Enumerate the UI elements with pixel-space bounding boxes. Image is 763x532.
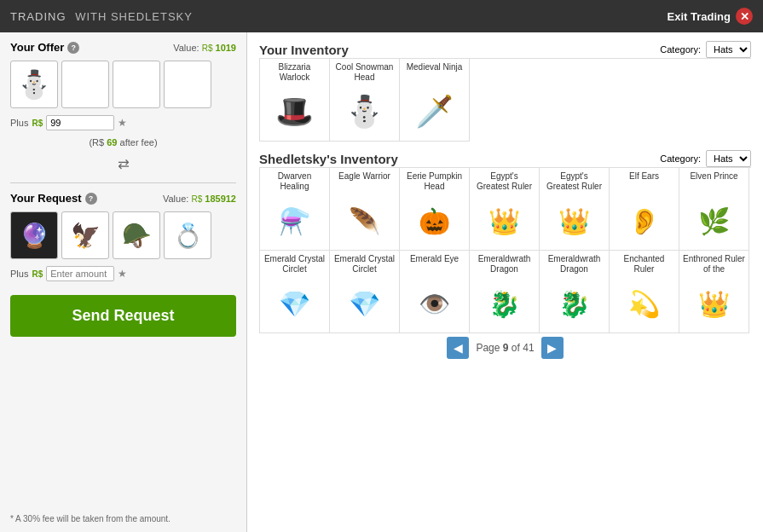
- offer-amount-input[interactable]: [46, 115, 114, 130]
- your-inv-item-2[interactable]: Cool Snowman Head ⛄: [330, 59, 400, 142]
- your-inventory-category-select[interactable]: Hats: [706, 41, 751, 58]
- shed-inv-item-8[interactable]: Emerald Crystal Circlet 💎: [260, 251, 330, 333]
- offer-fee-note: (R$ 69 after fee): [10, 137, 236, 147]
- shed-inv-item-7-name: Elven Prince: [690, 171, 737, 192]
- offer-slot-1[interactable]: ⛄: [10, 61, 58, 108]
- offer-value-text: Value:: [173, 43, 199, 53]
- offer-value-num: 1019: [216, 43, 236, 53]
- request-slot-2[interactable]: 🦅: [61, 211, 109, 259]
- shed-inv-item-13[interactable]: Enchanted Ruler 💫: [610, 251, 679, 333]
- prev-page-button[interactable]: ◀: [447, 337, 469, 359]
- shed-inv-item-12[interactable]: Emeraldwrath Dragon 🐉: [540, 251, 610, 333]
- your-inventory-section: Your Inventory Category: Hats Blizzaria …: [259, 41, 751, 142]
- header-title: TRADING with Shedletsky: [10, 10, 193, 23]
- right-panel: Your Inventory Category: Hats Blizzaria …: [247, 32, 763, 532]
- shed-inv-item-1[interactable]: Dwarven Healing ⚗️: [260, 168, 330, 251]
- shed-inv-item-7[interactable]: Elven Prince 🌿: [679, 168, 749, 251]
- your-offer-label: Your Offer: [10, 41, 64, 54]
- shed-inv-item-3-img: 🎃: [409, 195, 460, 246]
- shed-inv-item-1-img: ⚗️: [269, 195, 321, 246]
- shed-inv-item-6[interactable]: Elf Ears 👂: [610, 168, 679, 251]
- request-rs-sym: R$: [191, 194, 202, 204]
- shedletsky-inventory-grid: Dwarven Healing ⚗️ Eagle Warrior 🪶 Eerie…: [259, 167, 751, 333]
- shed-inv-item-11[interactable]: Emeraldwrath Dragon 🐉: [470, 251, 540, 333]
- shed-inv-item-4-name: Egypt's Greatest Ruler: [473, 171, 535, 192]
- request-slot-3[interactable]: 🪖: [113, 211, 160, 259]
- shed-inv-item-10[interactable]: Emerald Eye 👁️: [400, 251, 470, 333]
- request-item-slots: 🔮 🦅 🪖 💍: [10, 211, 236, 259]
- shed-inv-item-1-name: Dwarven Healing: [263, 171, 326, 192]
- request-star-icon[interactable]: ★: [118, 268, 127, 280]
- exit-trading-button[interactable]: Exit Trading ✕: [668, 8, 753, 25]
- page-total: 41: [523, 342, 534, 354]
- shed-inv-item-9-name: Emerald Crystal Circlet: [333, 254, 396, 275]
- offer-rs-sym: R$: [202, 43, 213, 53]
- shed-inv-item-13-name: Enchanted Ruler: [613, 254, 675, 275]
- shed-inv-item-10-img: 👁️: [409, 278, 460, 329]
- request-plus-row: Plus R$ ★: [10, 266, 236, 281]
- send-request-button[interactable]: Send Request: [10, 295, 236, 337]
- fee-after-label: after fee): [120, 137, 158, 147]
- your-inv-item-2-img: ⛄: [339, 86, 390, 137]
- offer-slot-2[interactable]: [61, 61, 109, 108]
- your-offer-title: Your Offer ?: [10, 41, 79, 54]
- shed-inv-item-2-name: Eagle Warrior: [338, 171, 390, 192]
- offer-help-icon[interactable]: ?: [67, 42, 79, 54]
- shed-inv-item-4[interactable]: Egypt's Greatest Ruler 👑: [470, 168, 540, 251]
- shed-inv-item-5-img: 👑: [549, 195, 600, 246]
- request-slot-1[interactable]: 🔮: [10, 211, 58, 259]
- offer-slot-4[interactable]: [164, 61, 211, 108]
- shed-inv-item-2-img: 🪶: [339, 195, 390, 246]
- pagination: ◀ Page 9 of 41 ▶: [259, 333, 751, 362]
- shedletsky-inventory-section: Shedletsky's Inventory Category: Hats Dw…: [259, 150, 751, 362]
- shed-inv-item-3[interactable]: Eerie Pumpkin Head 🎃: [400, 168, 470, 251]
- shed-inv-item-14[interactable]: Enthroned Ruler of the 👑: [679, 251, 749, 333]
- shed-inv-item-14-img: 👑: [689, 278, 740, 329]
- offer-plus-label: Plus: [10, 118, 28, 128]
- of-label: of: [512, 342, 520, 354]
- your-inv-item-1-img: 🎩: [269, 86, 321, 137]
- your-request-label: Your Request: [10, 192, 82, 205]
- fee-disclaimer-text: * A 30% fee will be taken from the amoun…: [10, 514, 171, 523]
- exchange-arrows-icon: ⇅: [115, 159, 131, 170]
- your-inventory-category-label: Category:: [660, 44, 701, 55]
- shed-inv-item-3-name: Eerie Pumpkin Head: [403, 171, 465, 192]
- shed-inv-item-6-img: 👂: [619, 195, 670, 246]
- request-value-text: Value:: [163, 194, 188, 204]
- next-page-button[interactable]: ▶: [541, 337, 564, 359]
- page-label: Page: [476, 342, 500, 354]
- offer-plus-row: Plus R$ ★: [10, 115, 236, 130]
- exit-trading-label: Exit Trading: [668, 10, 731, 23]
- shed-inv-item-11-name: Emeraldwrath Dragon: [473, 254, 535, 275]
- your-inv-item-3-img: 🗡️: [409, 86, 460, 137]
- shed-inv-item-5[interactable]: Egypt's Greatest Ruler 👑: [540, 168, 610, 251]
- separator: [10, 182, 236, 183]
- your-request-header: Your Request ? Value: R$ 185912: [10, 192, 236, 205]
- fee-open-paren: (R$: [89, 137, 104, 147]
- your-inv-item-1-name: Blizzaria Warlock: [263, 62, 326, 83]
- your-inv-item-1[interactable]: Blizzaria Warlock 🎩: [260, 59, 330, 142]
- request-help-icon[interactable]: ?: [85, 193, 97, 205]
- request-value-label: Value: R$ 185912: [163, 194, 236, 204]
- offer-item-slots: ⛄: [10, 61, 236, 108]
- request-amount-input[interactable]: [46, 266, 114, 281]
- shedletsky-category-select[interactable]: Hats: [706, 150, 751, 167]
- request-slot-4[interactable]: 💍: [164, 211, 211, 259]
- offer-star-icon[interactable]: ★: [118, 117, 127, 129]
- your-inventory-category-row: Category: Hats: [660, 41, 751, 58]
- shed-inv-item-9[interactable]: Emerald Crystal Circlet 💎: [330, 251, 400, 333]
- shedletsky-inventory-title: Shedletsky's Inventory: [259, 152, 398, 166]
- request-rs-label: R$: [32, 269, 43, 279]
- your-inventory-title: Your Inventory: [259, 43, 349, 57]
- your-request-title: Your Request ?: [10, 192, 97, 205]
- offer-slot-3[interactable]: [113, 61, 160, 108]
- shed-inv-item-2[interactable]: Eagle Warrior 🪶: [330, 168, 400, 251]
- main-layout: Your Offer ? Value: R$ 1019 ⛄ Plus R$ ★ …: [0, 32, 763, 532]
- shed-inv-item-7-img: 🌿: [689, 195, 740, 246]
- offer-value-label: Value: R$ 1019: [173, 43, 236, 53]
- your-inventory-grid: Blizzaria Warlock 🎩 Cool Snowman Head ⛄ …: [259, 58, 751, 142]
- your-offer-header: Your Offer ? Value: R$ 1019: [10, 41, 236, 54]
- your-inv-item-3[interactable]: Medieval Ninja 🗡️: [400, 59, 470, 142]
- trading-title: TRADING: [10, 10, 66, 23]
- page-number: 9: [503, 342, 509, 354]
